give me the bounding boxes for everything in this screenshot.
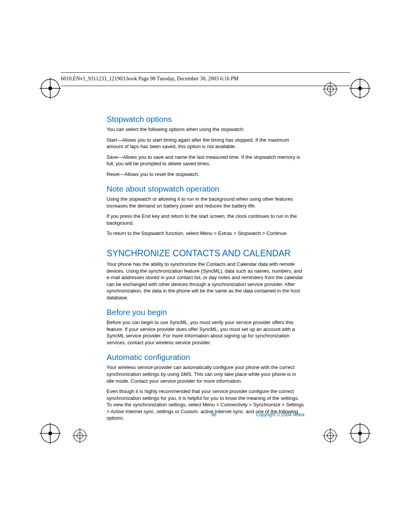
page-frame: 6010.ENv1_9311233_121903.book Page 98 Tu…	[61, 72, 350, 425]
svg-point-0	[41, 79, 59, 97]
registration-mark	[72, 428, 88, 443]
body-text: Before you can begin to use SyncML, you …	[107, 319, 304, 346]
svg-point-15	[358, 431, 362, 435]
body-text: Your phone has the ability to synchroniz…	[107, 261, 304, 301]
svg-point-4	[351, 79, 369, 97]
option-save: Save—Allows you to save and name the las…	[107, 154, 304, 167]
copyright-text: Copyright © 2004 Nokia	[256, 412, 304, 417]
heading-stopwatch-options: Stopwatch options	[107, 115, 304, 124]
body-text: Using the stopwatch or allowing it to ru…	[107, 196, 304, 209]
svg-point-8	[41, 424, 59, 443]
crop-mark-top-left	[40, 78, 61, 99]
crop-mark-top-right	[349, 78, 371, 99]
svg-point-21	[327, 433, 333, 439]
heading-synchronize: SYNCHRONIZE CONTACTS AND CALENDAR	[107, 248, 304, 259]
heading-before-you-begin: Before you begin	[107, 308, 304, 317]
heading-automatic-configuration: Automatic configuration	[107, 353, 304, 362]
svg-point-16	[74, 430, 86, 442]
page-content: Stopwatch options You can select the fol…	[107, 115, 304, 422]
body-text: You can select the following options whe…	[107, 126, 304, 133]
svg-point-11	[48, 431, 52, 435]
body-text: To return to the Stopwatch function, sel…	[107, 230, 304, 237]
svg-point-20	[324, 430, 336, 442]
header-rule	[61, 72, 350, 73]
svg-point-3	[48, 86, 52, 90]
crop-mark-bottom-left	[40, 423, 61, 444]
body-text: If you press the End key and return to t…	[107, 213, 304, 226]
registration-mark	[323, 428, 338, 443]
svg-point-17	[77, 433, 83, 439]
page-number: 98	[211, 412, 216, 417]
body-text: Your wireless service provider can autom…	[107, 364, 304, 384]
svg-point-12	[351, 424, 369, 443]
crop-mark-bottom-right	[349, 423, 371, 444]
svg-point-7	[358, 86, 362, 90]
header-rule	[61, 86, 350, 86]
heading-note-stopwatch: Note about stopwatch operation	[107, 184, 304, 193]
option-reset: Reset—Allows you to reset the stopwatch.	[107, 171, 304, 178]
page-header-info: 6010.ENv1_9311233_121903.book Page 98 Tu…	[61, 73, 350, 86]
option-start: Start—Allows you to start timing again a…	[107, 137, 304, 150]
